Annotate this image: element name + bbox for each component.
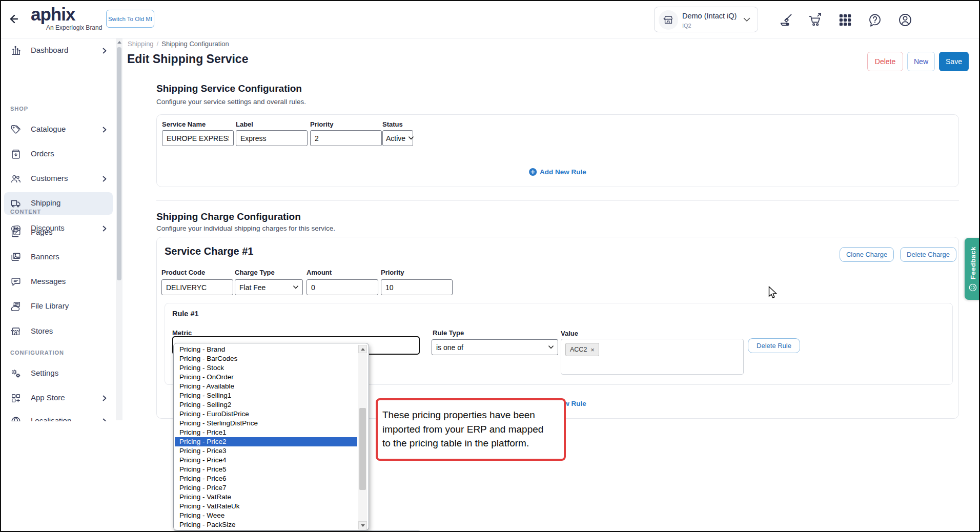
sidebar-item-orders[interactable]: Orders: [4, 143, 113, 166]
dropdown-option[interactable]: Pricing - VatRate: [175, 493, 357, 502]
chat-icon: [10, 276, 22, 288]
dropdown-option[interactable]: Pricing - Price3: [175, 446, 357, 456]
customers-icon: [10, 173, 22, 185]
dropdown-option[interactable]: Pricing - Selling2: [175, 400, 357, 410]
sidebar-item-app-store[interactable]: App Store: [4, 387, 113, 410]
dropdown-option[interactable]: Pricing - OnOrder: [175, 373, 357, 382]
breadcrumb-shipping[interactable]: Shipping: [128, 40, 154, 48]
dropdown-option[interactable]: Pricing - Price5: [175, 465, 357, 474]
pages-icon: [10, 227, 22, 238]
sidebar-item-dashboard[interactable]: Dashboard: [4, 39, 113, 62]
charge-type-select[interactable]: Flat Fee: [235, 279, 303, 295]
rule-title: Rule #1: [172, 310, 199, 318]
plus-circle-icon: [529, 168, 537, 176]
charge-priority-input[interactable]: [381, 279, 453, 295]
dropdown-option[interactable]: Pricing - Brand: [175, 345, 357, 354]
dropdown-option[interactable]: Pricing - Stock: [175, 363, 357, 373]
dropdown-option[interactable]: Pricing - Price6: [175, 474, 357, 483]
rule-type-label: Rule Type: [433, 329, 464, 337]
delete-button[interactable]: Delete: [867, 52, 903, 71]
dropdown-option[interactable]: Pricing - EuroDistPrice: [175, 410, 357, 419]
switch-to-old-mi-button[interactable]: Switch To Old MI: [106, 10, 154, 28]
sidebar-item-localisation[interactable]: Localisation: [4, 410, 113, 421]
section-divider: [156, 200, 959, 201]
chevron-down-icon: [409, 136, 414, 140]
add-new-rule-link[interactable]: Add New Rule: [529, 168, 586, 176]
order-box-icon: [10, 149, 22, 160]
dropdown-scrollbar[interactable]: [358, 345, 367, 529]
scrollbar-thumb[interactable]: [117, 47, 121, 280]
scroll-down-icon[interactable]: [358, 521, 367, 529]
feedback-tab[interactable]: Feedback: [965, 238, 980, 300]
chevron-right-icon: [101, 47, 108, 54]
gears-icon: [10, 368, 22, 379]
delete-rule-button[interactable]: Delete Rule: [748, 338, 800, 353]
truck-icon: [10, 198, 22, 209]
sidebar-item-label: Dashboard: [31, 46, 68, 54]
sidebar-item-banners[interactable]: Banners: [4, 246, 113, 269]
new-button[interactable]: New: [907, 52, 935, 71]
chevron-down-icon: [548, 345, 554, 349]
sidebar-item-settings[interactable]: Settings: [4, 362, 113, 385]
service-config-heading: Shipping Service Configuration: [156, 83, 302, 94]
tags-icon: [10, 124, 22, 135]
rule-type-select[interactable]: is one of: [432, 339, 558, 355]
value-chip-acc2[interactable]: ACC2 ×: [565, 343, 599, 356]
sidebar-item-label: Shipping: [31, 198, 60, 207]
dropdown-option[interactable]: Pricing - Selling1: [175, 391, 357, 400]
dropdown-option-selected[interactable]: Pricing - Price2: [175, 437, 357, 446]
amount-input[interactable]: [307, 279, 378, 295]
scroll-up-icon[interactable]: [358, 345, 367, 353]
sidebar-item-customers[interactable]: Customers: [4, 168, 113, 190]
dropdown-option[interactable]: Pricing - SterlingDistPrice: [175, 419, 357, 428]
service-name-input[interactable]: [162, 130, 234, 146]
delete-charge-button[interactable]: Delete Charge: [900, 247, 956, 262]
banners-icon: [10, 252, 22, 263]
store-selector[interactable]: Demo (Intact iQ) IQ2: [654, 7, 758, 32]
save-button[interactable]: Save: [939, 52, 969, 71]
priority-input[interactable]: [310, 130, 382, 146]
dropdown-option[interactable]: Pricing - Price4: [175, 456, 357, 465]
logo-tagline: An Experlogix Brand: [46, 24, 102, 31]
sidebar-item-file-library[interactable]: File Library: [4, 295, 113, 318]
metric-dropdown-list: Pricing - Brand Pricing - BarCodes Prici…: [173, 343, 369, 530]
sidebar-item-catalogue[interactable]: Catalogue: [4, 118, 113, 141]
dropdown-option[interactable]: Pricing - Price7: [175, 483, 357, 493]
label-input[interactable]: [236, 130, 308, 146]
sidebar-item-stores[interactable]: Stores: [4, 320, 113, 343]
apps-grid-icon[interactable]: [838, 12, 853, 28]
chevron-right-icon: [101, 126, 108, 133]
dropdown-option[interactable]: Pricing - Weee: [175, 511, 357, 520]
dropdown-option[interactable]: Pricing - BarCodes: [175, 354, 357, 363]
theme-paintbrush-icon[interactable]: [778, 12, 793, 28]
dropdown-option[interactable]: Pricing - Available: [175, 382, 357, 391]
dropdown-option[interactable]: Pricing - PackSize: [175, 520, 357, 529]
status-label: Status: [382, 120, 403, 128]
breadcrumb-current: Shipping Configuration: [161, 40, 229, 48]
sidebar-item-pages[interactable]: Pages: [4, 221, 113, 244]
dropdown-scrollbar-thumb[interactable]: [359, 408, 366, 490]
sidebar-scrollbar[interactable]: [116, 38, 122, 420]
service-charge-title: Service Charge #1: [165, 245, 253, 257]
help-icon[interactable]: [867, 12, 883, 28]
product-code-input[interactable]: [161, 279, 233, 295]
account-icon[interactable]: [897, 12, 913, 28]
collapse-sidebar-icon[interactable]: [9, 12, 24, 26]
sidebar-item-label: Localisation: [31, 416, 71, 421]
breadcrumb: Shipping/Shipping Configuration: [128, 40, 229, 48]
remove-chip-icon[interactable]: ×: [590, 346, 595, 354]
dropdown-option[interactable]: Pricing - VatRateUk: [175, 502, 357, 511]
cart-icon[interactable]: [808, 12, 823, 28]
chevron-right-icon: [101, 418, 108, 421]
sidebar-item-messages[interactable]: Messages: [4, 271, 113, 293]
clone-charge-button[interactable]: Clone Charge: [840, 247, 894, 262]
status-select[interactable]: Active: [382, 130, 413, 146]
chevron-right-icon: [101, 395, 108, 402]
sidebar-menu: Dashboard SHOP Catalogue: [1, 38, 115, 421]
app-store-icon: [10, 393, 22, 404]
sidebar-item-label: Catalogue: [31, 125, 66, 133]
priority-label: Priority: [310, 120, 334, 128]
dropdown-option[interactable]: Pricing - Price1: [175, 428, 357, 437]
value-multiselect[interactable]: ACC2 ×: [561, 339, 744, 375]
value-label: Value: [561, 330, 578, 337]
